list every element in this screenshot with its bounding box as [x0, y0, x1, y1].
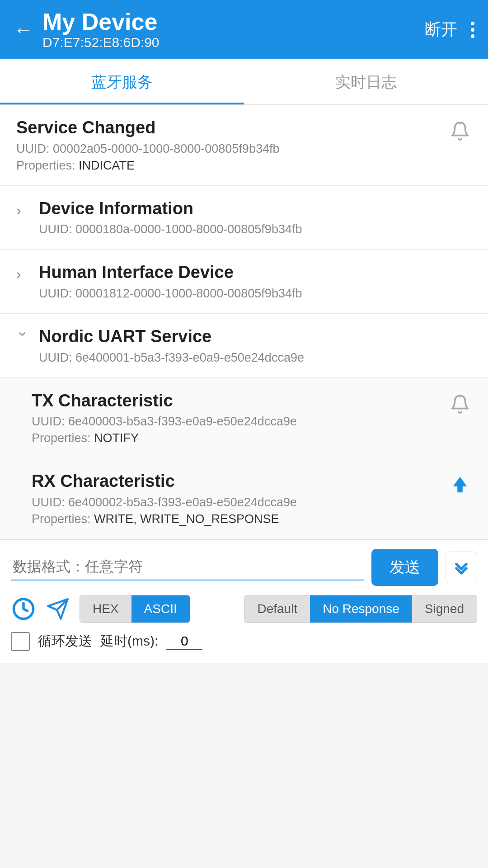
dot1	[471, 22, 474, 25]
service-name: Nordic UART Service	[39, 326, 304, 347]
signed-response-button[interactable]: Signed	[412, 595, 477, 623]
characteristic-uuid: UUID: 6e400003-b5a3-f393-e0a9-e50e24dcca…	[32, 415, 297, 429]
chevron-right-icon: ›	[16, 266, 30, 283]
delay-input[interactable]	[166, 633, 202, 650]
back-button[interactable]: ←	[14, 19, 33, 41]
service-info: Human Interface Device UUID: 00001812-00…	[39, 262, 302, 301]
ascii-format-button[interactable]: ASCII	[131, 595, 190, 623]
send-input[interactable]	[11, 554, 364, 580]
send-button[interactable]: 发送	[371, 549, 438, 586]
service-item-human-interface[interactable]: › Human Interface Device UUID: 00001812-…	[0, 250, 488, 314]
dot2	[471, 28, 474, 32]
tab-ble-services[interactable]: 蓝牙服务	[0, 59, 244, 104]
characteristic-name: TX Characteristic	[32, 391, 297, 411]
chevron-down-icon: ›	[15, 331, 32, 345]
clock-icon[interactable]	[11, 596, 36, 622]
chevron-right-icon: ›	[16, 202, 30, 219]
encoding-format-group: HEX ASCII	[80, 595, 190, 623]
notify-bell-icon[interactable]	[448, 119, 472, 143]
device-mac: D7:E7:52:E8:6D:90	[42, 35, 160, 50]
characteristic-info: RX Characteristic UUID: 6e400002-b5a3-f3…	[32, 471, 297, 526]
rx-upload-icon[interactable]	[448, 473, 472, 496]
service-uuid: UUID: 0000180a-0000-1000-8000-00805f9b34…	[39, 222, 302, 236]
service-item-device-information[interactable]: › Device Information UUID: 0000180a-0000…	[0, 186, 488, 250]
service-item-nordic-uart[interactable]: › Nordic UART Service UUID: 6e400001-b5a…	[0, 314, 488, 378]
service-list: Service Changed UUID: 00002a05-0000-1000…	[0, 105, 488, 539]
header-right: 断开	[425, 19, 474, 41]
tab-bar: 蓝牙服务 实时日志	[0, 59, 488, 105]
tx-notify-bell-icon[interactable]	[448, 392, 472, 416]
service-item-header: › Device Information UUID: 0000180a-0000…	[16, 198, 472, 237]
characteristic-uuid: UUID: 6e400002-b5a3-f393-e0a9-e50e24dcca…	[32, 495, 297, 509]
service-item-left: › Nordic UART Service UUID: 6e400001-b5a…	[16, 326, 472, 365]
service-name: Human Interface Device	[39, 262, 302, 283]
send-area: 发送 HEX ASCII Default No Re	[0, 539, 488, 663]
no-response-button[interactable]: No Response	[310, 595, 412, 623]
send-paper-plane-icon[interactable]	[45, 596, 70, 622]
more-menu-button[interactable]	[471, 22, 474, 38]
delay-label: 延时(ms):	[100, 632, 158, 651]
response-type-group: Default No Response Signed	[244, 595, 477, 623]
characteristic-properties: Properties: NOTIFY	[32, 431, 297, 445]
service-properties: Properties: INDICATE	[16, 159, 279, 173]
characteristic-header: TX Characteristic UUID: 6e400003-b5a3-f3…	[32, 391, 472, 446]
service-item-header: › Human Interface Device UUID: 00001812-…	[16, 262, 472, 301]
disconnect-button[interactable]: 断开	[425, 19, 457, 41]
characteristic-name: RX Characteristic	[32, 471, 297, 492]
send-row: 发送	[11, 549, 477, 586]
header-title-block: My Device D7:E7:52:E8:6D:90	[42, 9, 160, 50]
service-uuid: UUID: 6e400001-b5a3-f393-e0a9-e50e24dcca…	[39, 351, 304, 365]
characteristic-item-rx: RX Characteristic UUID: 6e400002-b5a3-f3…	[0, 458, 488, 539]
default-response-button[interactable]: Default	[244, 595, 310, 623]
characteristic-item-tx: TX Characteristic UUID: 6e400003-b5a3-f3…	[0, 378, 488, 459]
characteristic-info: TX Characteristic UUID: 6e400003-b5a3-f3…	[32, 391, 297, 446]
characteristic-properties: Properties: WRITE, WRITE_NO_RESPONSE	[32, 512, 297, 526]
service-item-left: › Device Information UUID: 0000180a-0000…	[16, 198, 472, 237]
service-uuid: UUID: 00002a05-0000-1000-8000-00805f9b34…	[16, 142, 279, 156]
tab-realtime-log[interactable]: 实时日志	[244, 59, 488, 104]
app-header: ← My Device D7:E7:52:E8:6D:90 断开	[0, 0, 488, 59]
service-item-header: Service Changed UUID: 00002a05-0000-1000…	[16, 118, 472, 173]
service-uuid: UUID: 00001812-0000-1000-8000-00805f9b34…	[39, 287, 302, 301]
service-info: Service Changed UUID: 00002a05-0000-1000…	[16, 118, 279, 173]
characteristic-header: RX Characteristic UUID: 6e400002-b5a3-f3…	[32, 471, 472, 526]
format-row: HEX ASCII Default No Response Signed	[11, 595, 477, 623]
service-name: Device Information	[39, 198, 302, 219]
loop-row: 循环发送 延时(ms):	[11, 632, 477, 656]
dot3	[471, 34, 474, 38]
header-left: ← My Device D7:E7:52:E8:6D:90	[14, 9, 160, 50]
expand-down-button[interactable]	[446, 552, 477, 583]
svg-marker-0	[453, 477, 467, 493]
service-item-left: › Human Interface Device UUID: 00001812-…	[16, 262, 472, 301]
hex-format-button[interactable]: HEX	[80, 595, 131, 623]
service-name: Service Changed	[16, 118, 279, 138]
service-info: Nordic UART Service UUID: 6e400001-b5a3-…	[39, 326, 304, 365]
service-info: Device Information UUID: 0000180a-0000-1…	[39, 198, 302, 237]
loop-send-checkbox[interactable]	[11, 632, 30, 651]
service-item-header: › Nordic UART Service UUID: 6e400001-b5a…	[16, 326, 472, 365]
loop-send-label: 循环发送	[38, 632, 92, 651]
service-item-service-changed: Service Changed UUID: 00002a05-0000-1000…	[0, 105, 488, 186]
device-title: My Device	[42, 9, 160, 35]
